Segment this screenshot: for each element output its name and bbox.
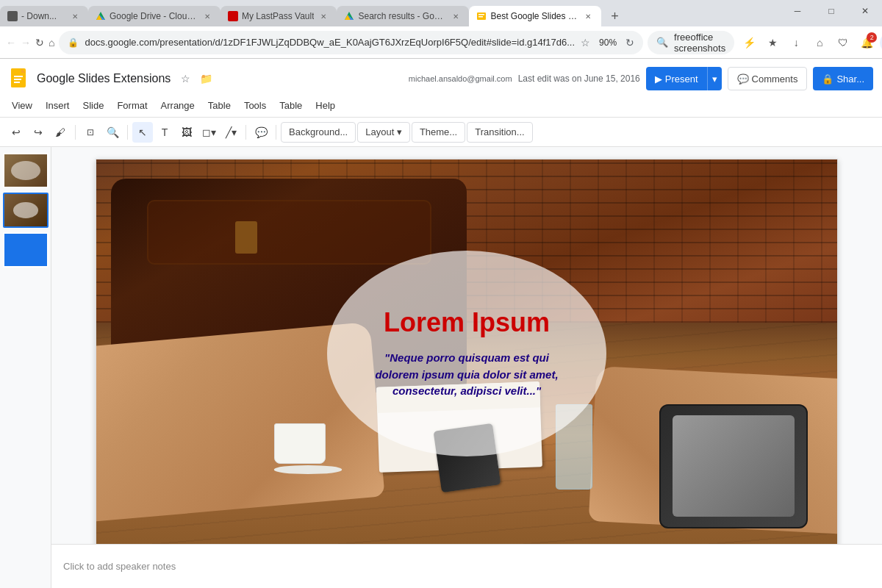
tab-slides-active[interactable]: Best Google Slides Extensio... ✕ [469, 6, 601, 26]
svg-rect-7 [478, 14, 484, 15]
slide-subtitle: "Neque porro quisquam est qui dolorem ip… [364, 350, 570, 400]
tab-label: Search results - Google Dri... [358, 11, 446, 21]
menu-arrange[interactable]: Arrange [155, 97, 201, 114]
shapes-btn[interactable]: ◻▾ [198, 122, 219, 143]
window-controls: ─ □ ✕ [781, 0, 882, 22]
search-icon: 🔍 [656, 37, 668, 48]
reload-btn[interactable]: ↻ [35, 32, 44, 53]
tab-label: My LastPass Vault [242, 11, 314, 21]
redo-btn[interactable]: ↪ [28, 122, 49, 143]
transition-btn[interactable]: Transition... [467, 122, 532, 143]
url-bar[interactable]: 🔒 docs.google.com/presentation/d/1zDF1FJ… [59, 31, 643, 54]
tab-favicon [228, 11, 238, 21]
search-bar[interactable]: 🔍 freeoffice screenshots [648, 31, 734, 54]
menu-slide[interactable]: Slide [76, 97, 110, 114]
maximize-btn[interactable]: □ [814, 0, 848, 22]
minimize-btn[interactable]: ─ [781, 0, 814, 22]
tab-download[interactable]: - Down... ✕ [0, 6, 88, 26]
slide-canvas[interactable]: Lorem Ipsum "Neque porro quisquam est qu… [96, 159, 838, 544]
slides-top-bar: Google Slides Extensions ☆ 📁 michael.ans… [0, 59, 882, 94]
title-actions: ☆ 📁 [176, 70, 215, 87]
menu-tools[interactable]: Tools [238, 97, 272, 114]
toolbar: ↩ ↪ 🖌 ⊡ 🔍 ↖ T 🖼 ◻▾ ╱▾ 💬 Background... La… [0, 118, 882, 147]
slide-panel [0, 147, 51, 588]
cursor-btn[interactable]: ↖ [132, 122, 153, 143]
tablet [659, 404, 808, 528]
theme-btn[interactable]: Theme... [412, 122, 465, 143]
tab-label: Best Google Slides Extensio... [490, 11, 578, 21]
browser-window: ─ □ ✕ - Down... ✕ Google Drive - Cloud S… [0, 0, 882, 588]
comments-btn[interactable]: 💬 Comments [728, 67, 808, 90]
browser-actions: ⚡ ★ ↓ ⌂ 🛡 🔔 2 M ⋮ [739, 32, 882, 53]
slide-editor-wrap: Lorem Ipsum "Neque porro quisquam est qu… [51, 147, 882, 588]
svg-rect-10 [11, 68, 21, 87]
comment-btn[interactable]: 💬 [251, 122, 271, 143]
menu-table[interactable]: Table [202, 97, 237, 114]
new-tab-btn[interactable]: + [604, 6, 625, 26]
address-bar: ← → ↻ ⌂ 🔒 docs.google.com/presentation/d… [0, 26, 882, 59]
tab-close-icon[interactable]: ✕ [582, 10, 594, 22]
slide-area: Lorem Ipsum "Neque porro quisquam est qu… [51, 147, 882, 544]
layout-btn[interactable]: Layout ▾ [357, 122, 410, 143]
notification-btn[interactable]: 🔔 2 [856, 32, 877, 53]
extensions-btn[interactable]: ⚡ [739, 32, 759, 53]
menu-format[interactable]: Format [111, 97, 153, 114]
close-btn[interactable]: ✕ [848, 0, 882, 22]
user-email: michael.ansaldo@gmail.com [409, 74, 512, 83]
slide-thumb-2[interactable] [3, 193, 49, 228]
present-dropdown-icon[interactable]: ▾ [707, 67, 722, 90]
tab-close-icon[interactable]: ✕ [69, 10, 81, 22]
download-btn[interactable]: ↓ [786, 32, 806, 53]
slide-thumb-1[interactable] [3, 153, 49, 188]
star-icon[interactable]: ☆ [176, 70, 194, 87]
slides-title: Google Slides Extensions [37, 72, 171, 85]
notes-area[interactable]: Click to add speaker notes [51, 544, 882, 588]
central-oval: Lorem Ipsum "Neque porro quisquam est qu… [327, 251, 606, 456]
home-btn[interactable]: ⌂ [49, 32, 54, 53]
undo-btn[interactable]: ↩ [6, 122, 26, 143]
comments-icon: 💬 [737, 74, 749, 85]
url-actions: ☆ 90% ↻ [581, 33, 634, 52]
tab-close-icon[interactable]: ✕ [450, 10, 462, 22]
bookmark-icon[interactable]: ☆ [581, 37, 590, 49]
zoom-level: 90% [593, 33, 623, 52]
paint-btn[interactable]: 🖌 [50, 122, 71, 143]
slide-thumb-3[interactable] [3, 232, 49, 268]
present-btn[interactable]: ▶ Present ▾ [646, 67, 722, 90]
tab-favicon [344, 11, 354, 21]
reload-icon[interactable]: ↻ [625, 37, 634, 49]
url-text: docs.google.com/presentation/d/1zDF1FJWL… [85, 37, 575, 48]
forward-btn[interactable]: → [21, 32, 31, 53]
home-nav-btn[interactable]: ⌂ [809, 32, 830, 53]
zoom-in-btn[interactable]: 🔍 [102, 122, 123, 143]
folder-icon[interactable]: 📁 [197, 70, 215, 87]
tab-favicon [96, 11, 106, 21]
last-edited: Last edit was on June 15, 2016 [518, 74, 640, 84]
tab-search[interactable]: Search results - Google Dri... ✕ [337, 6, 469, 26]
menu-bar: View Insert Slide Format Arrange Table T… [0, 94, 882, 118]
share-btn[interactable]: 🔒 Shar... [813, 67, 873, 90]
svg-rect-14 [14, 82, 20, 83]
shape-text-btn[interactable]: T [154, 122, 175, 143]
search-text: freeoffice screenshots [674, 32, 725, 54]
image-btn[interactable]: 🖼 [176, 122, 197, 143]
background-btn[interactable]: Background... [281, 122, 356, 143]
bookmark-btn[interactable]: ★ [762, 32, 783, 53]
notification-badge: 2 [867, 32, 877, 43]
lock-icon: 🔒 [68, 37, 79, 48]
tab-lastpass[interactable]: My LastPass Vault ✕ [220, 6, 337, 26]
coffee-cup [274, 423, 326, 478]
lines-btn[interactable]: ╱▾ [220, 122, 241, 143]
menu-view[interactable]: View [6, 97, 38, 114]
tab-drive[interactable]: Google Drive - Cloud Storac... ✕ [88, 6, 220, 26]
back-btn[interactable]: ← [6, 32, 16, 53]
menu-help[interactable]: Help [309, 97, 341, 114]
tab-close-icon[interactable]: ✕ [318, 10, 329, 22]
tab-close-icon[interactable]: ✕ [201, 10, 213, 22]
lock-share-icon: 🔒 [822, 74, 833, 85]
shield-btn[interactable]: 🛡 [833, 32, 853, 53]
zoom-fit-btn[interactable]: ⊡ [80, 122, 101, 143]
slide-title: Lorem Ipsum [384, 307, 550, 338]
menu-table2[interactable]: Table [273, 97, 308, 114]
menu-insert[interactable]: Insert [40, 97, 76, 114]
